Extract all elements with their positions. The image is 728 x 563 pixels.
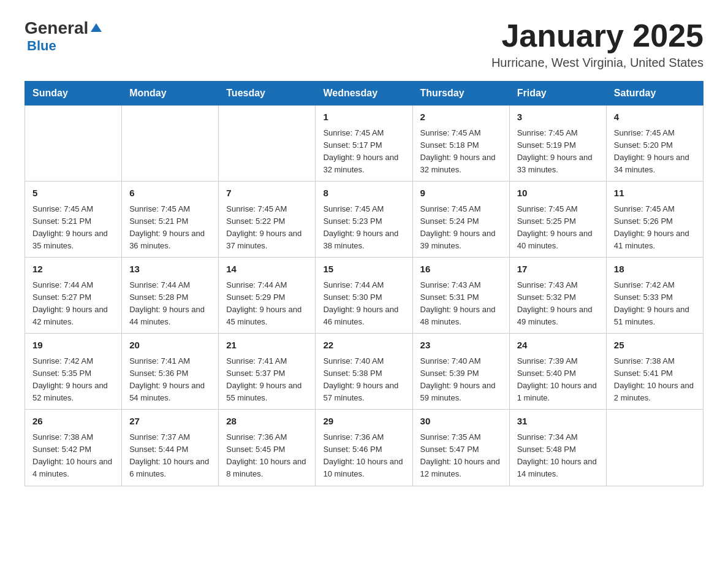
day-number: 15	[323, 262, 404, 277]
calendar-cell: 2Sunrise: 7:45 AM Sunset: 5:18 PM Daylig…	[412, 105, 509, 182]
calendar-week-row: 12Sunrise: 7:44 AM Sunset: 5:27 PM Dayli…	[25, 258, 703, 334]
calendar-week-row: 19Sunrise: 7:42 AM Sunset: 5:35 PM Dayli…	[25, 334, 703, 410]
day-info: Sunrise: 7:43 AM Sunset: 5:31 PM Dayligh…	[420, 279, 502, 329]
calendar-cell: 11Sunrise: 7:45 AM Sunset: 5:26 PM Dayli…	[606, 182, 703, 258]
title-block: January 2025 Hurricane, West Virginia, U…	[491, 18, 703, 70]
day-number: 11	[614, 186, 696, 201]
day-number: 9	[420, 186, 502, 201]
weekday-header-wednesday: Wednesday	[316, 82, 412, 105]
calendar-cell: 7Sunrise: 7:45 AM Sunset: 5:22 PM Daylig…	[219, 182, 316, 258]
day-number: 14	[226, 262, 308, 277]
day-number: 24	[517, 339, 599, 353]
day-number: 12	[32, 262, 114, 277]
day-info: Sunrise: 7:41 AM Sunset: 5:37 PM Dayligh…	[226, 355, 308, 405]
weekday-header-tuesday: Tuesday	[219, 82, 316, 105]
day-number: 1	[323, 110, 404, 124]
day-info: Sunrise: 7:45 AM Sunset: 5:21 PM Dayligh…	[32, 203, 114, 253]
calendar-cell: 14Sunrise: 7:44 AM Sunset: 5:29 PM Dayli…	[219, 258, 316, 334]
calendar-cell: 29Sunrise: 7:36 AM Sunset: 5:46 PM Dayli…	[316, 410, 412, 486]
calendar-cell: 8Sunrise: 7:45 AM Sunset: 5:23 PM Daylig…	[316, 182, 412, 258]
calendar-cell: 21Sunrise: 7:41 AM Sunset: 5:37 PM Dayli…	[219, 334, 316, 410]
day-number: 3	[517, 110, 599, 124]
calendar-cell: 31Sunrise: 7:34 AM Sunset: 5:48 PM Dayli…	[509, 410, 606, 486]
day-number: 21	[226, 339, 308, 353]
day-number: 4	[614, 110, 696, 124]
day-number: 5	[32, 186, 114, 201]
weekday-header-row: SundayMondayTuesdayWednesdayThursdayFrid…	[25, 82, 703, 105]
calendar-cell: 12Sunrise: 7:44 AM Sunset: 5:27 PM Dayli…	[25, 258, 122, 334]
logo: General Blue	[25, 18, 103, 54]
calendar-cell	[606, 410, 703, 486]
calendar-week-row: 5Sunrise: 7:45 AM Sunset: 5:21 PM Daylig…	[25, 182, 703, 258]
weekday-header-sunday: Sunday	[25, 82, 122, 105]
day-number: 20	[129, 339, 211, 353]
day-info: Sunrise: 7:44 AM Sunset: 5:27 PM Dayligh…	[32, 279, 114, 329]
logo-blue-text: Blue	[27, 38, 56, 54]
calendar-cell: 24Sunrise: 7:39 AM Sunset: 5:40 PM Dayli…	[509, 334, 606, 410]
day-info: Sunrise: 7:42 AM Sunset: 5:33 PM Dayligh…	[614, 279, 696, 329]
calendar-title: January 2025	[491, 18, 703, 53]
weekday-header-thursday: Thursday	[412, 82, 509, 105]
day-number: 13	[129, 262, 211, 277]
day-info: Sunrise: 7:36 AM Sunset: 5:46 PM Dayligh…	[323, 431, 404, 481]
calendar-cell: 25Sunrise: 7:38 AM Sunset: 5:41 PM Dayli…	[606, 334, 703, 410]
logo-general-text: General	[25, 18, 88, 38]
day-info: Sunrise: 7:38 AM Sunset: 5:41 PM Dayligh…	[614, 355, 696, 405]
calendar-cell: 27Sunrise: 7:37 AM Sunset: 5:44 PM Dayli…	[122, 410, 219, 486]
calendar-cell: 22Sunrise: 7:40 AM Sunset: 5:38 PM Dayli…	[316, 334, 412, 410]
calendar-cell: 5Sunrise: 7:45 AM Sunset: 5:21 PM Daylig…	[25, 182, 122, 258]
day-number: 10	[517, 186, 599, 201]
day-info: Sunrise: 7:45 AM Sunset: 5:20 PM Dayligh…	[614, 127, 696, 177]
page-header: General Blue January 2025 Hurricane, Wes…	[25, 18, 703, 70]
calendar-cell: 15Sunrise: 7:44 AM Sunset: 5:30 PM Dayli…	[316, 258, 412, 334]
calendar-table: SundayMondayTuesdayWednesdayThursdayFrid…	[25, 81, 703, 486]
day-info: Sunrise: 7:45 AM Sunset: 5:22 PM Dayligh…	[226, 203, 308, 253]
day-info: Sunrise: 7:45 AM Sunset: 5:21 PM Dayligh…	[129, 203, 211, 253]
day-info: Sunrise: 7:45 AM Sunset: 5:24 PM Dayligh…	[420, 203, 502, 253]
calendar-cell: 19Sunrise: 7:42 AM Sunset: 5:35 PM Dayli…	[25, 334, 122, 410]
svg-marker-0	[91, 23, 102, 32]
day-info: Sunrise: 7:42 AM Sunset: 5:35 PM Dayligh…	[32, 355, 114, 405]
day-number: 16	[420, 262, 502, 277]
day-number: 8	[323, 186, 404, 201]
day-number: 6	[129, 186, 211, 201]
day-number: 23	[420, 339, 502, 353]
day-number: 26	[32, 415, 114, 429]
day-info: Sunrise: 7:40 AM Sunset: 5:39 PM Dayligh…	[420, 355, 502, 405]
day-number: 28	[226, 415, 308, 429]
day-number: 31	[517, 415, 599, 429]
day-info: Sunrise: 7:45 AM Sunset: 5:25 PM Dayligh…	[517, 203, 599, 253]
day-info: Sunrise: 7:40 AM Sunset: 5:38 PM Dayligh…	[323, 355, 404, 405]
day-number: 18	[614, 262, 696, 277]
day-number: 30	[420, 415, 502, 429]
calendar-cell: 18Sunrise: 7:42 AM Sunset: 5:33 PM Dayli…	[606, 258, 703, 334]
day-info: Sunrise: 7:45 AM Sunset: 5:19 PM Dayligh…	[517, 127, 599, 177]
calendar-cell: 20Sunrise: 7:41 AM Sunset: 5:36 PM Dayli…	[122, 334, 219, 410]
day-number: 25	[614, 339, 696, 353]
weekday-header-friday: Friday	[509, 82, 606, 105]
calendar-cell: 28Sunrise: 7:36 AM Sunset: 5:45 PM Dayli…	[219, 410, 316, 486]
day-info: Sunrise: 7:37 AM Sunset: 5:44 PM Dayligh…	[129, 431, 211, 481]
calendar-cell: 10Sunrise: 7:45 AM Sunset: 5:25 PM Dayli…	[509, 182, 606, 258]
calendar-week-row: 1Sunrise: 7:45 AM Sunset: 5:17 PM Daylig…	[25, 105, 703, 182]
day-number: 22	[323, 339, 404, 353]
calendar-cell: 3Sunrise: 7:45 AM Sunset: 5:19 PM Daylig…	[509, 105, 606, 182]
day-number: 7	[226, 186, 308, 201]
day-info: Sunrise: 7:44 AM Sunset: 5:29 PM Dayligh…	[226, 279, 308, 329]
day-info: Sunrise: 7:45 AM Sunset: 5:23 PM Dayligh…	[323, 203, 404, 253]
day-info: Sunrise: 7:38 AM Sunset: 5:42 PM Dayligh…	[32, 431, 114, 481]
calendar-cell: 16Sunrise: 7:43 AM Sunset: 5:31 PM Dayli…	[412, 258, 509, 334]
calendar-cell: 17Sunrise: 7:43 AM Sunset: 5:32 PM Dayli…	[509, 258, 606, 334]
day-info: Sunrise: 7:45 AM Sunset: 5:26 PM Dayligh…	[614, 203, 696, 253]
day-info: Sunrise: 7:44 AM Sunset: 5:28 PM Dayligh…	[129, 279, 211, 329]
day-info: Sunrise: 7:44 AM Sunset: 5:30 PM Dayligh…	[323, 279, 404, 329]
calendar-cell: 30Sunrise: 7:35 AM Sunset: 5:47 PM Dayli…	[412, 410, 509, 486]
calendar-cell: 23Sunrise: 7:40 AM Sunset: 5:39 PM Dayli…	[412, 334, 509, 410]
day-number: 17	[517, 262, 599, 277]
calendar-subtitle: Hurricane, West Virginia, United States	[491, 56, 703, 70]
day-info: Sunrise: 7:43 AM Sunset: 5:32 PM Dayligh…	[517, 279, 599, 329]
calendar-cell: 26Sunrise: 7:38 AM Sunset: 5:42 PM Dayli…	[25, 410, 122, 486]
calendar-cell	[25, 105, 122, 182]
day-number: 2	[420, 110, 502, 124]
day-number: 27	[129, 415, 211, 429]
